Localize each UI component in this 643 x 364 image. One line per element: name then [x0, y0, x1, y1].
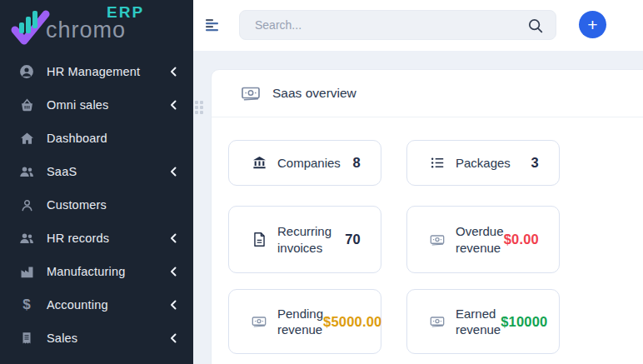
sidebar-item-label: Omni sales	[47, 98, 109, 112]
bank-icon	[251, 155, 267, 171]
stat-label: Pending revenue	[277, 306, 323, 338]
sidebar-item-sales[interactable]: Sales	[0, 322, 193, 355]
stat-card-packages[interactable]: Packages 3	[406, 140, 560, 186]
chevron-left-icon	[170, 267, 177, 277]
chevron-left-icon	[170, 167, 177, 177]
file-icon	[251, 232, 267, 247]
stat-value: $10000	[501, 314, 547, 330]
home-icon	[18, 130, 35, 147]
banknote-icon	[429, 232, 446, 248]
sidebar-item-customers[interactable]: Customers	[0, 188, 193, 222]
user-icon	[18, 197, 35, 213]
main-content: Saas overview Companies 8 Packages 3	[193, 51, 643, 364]
stat-card-overdue-revenue[interactable]: Overdue revenue $0.00	[406, 206, 560, 273]
stat-card-earned-revenue[interactable]: Earned revenue $10000	[406, 289, 560, 354]
sidebar-nav: HR Management Omni sales Dashboard SaaS	[0, 55, 193, 355]
person-circle-icon	[18, 63, 35, 80]
sidebar-item-hr-management[interactable]: HR Management	[0, 55, 193, 88]
banknote-icon	[251, 313, 267, 330]
chevron-left-icon	[170, 333, 177, 343]
factory-icon	[18, 263, 35, 280]
users-icon	[18, 163, 35, 180]
sidebar-item-label: Sales	[47, 332, 77, 345]
sidebar-item-label: SaaS	[47, 165, 77, 178]
stat-label: Overdue revenue	[456, 223, 504, 256]
search-bar	[239, 10, 556, 40]
add-button[interactable]: +	[579, 11, 606, 38]
stat-card-pending-revenue[interactable]: Pending revenue $5000.00	[228, 289, 381, 354]
widget-drag-handle-icon[interactable]	[195, 101, 203, 114]
stat-label: Packages	[456, 155, 511, 172]
chevron-left-icon	[170, 67, 177, 77]
sidebar: chromo ERP HR Management Omni sales Dash…	[0, 0, 193, 364]
list-icon	[429, 155, 446, 171]
chevron-left-icon	[170, 300, 177, 310]
dollar-icon: $	[18, 297, 35, 313]
panel-title: Saas overview	[272, 86, 356, 101]
saas-overview-panel: Saas overview Companies 8 Packages 3	[211, 69, 643, 364]
topbar: +	[193, 0, 643, 51]
brand-erp-badge: ERP	[107, 3, 144, 22]
receipt-icon	[18, 330, 35, 347]
stat-value: 70	[345, 232, 361, 247]
stat-value: $5000.00	[323, 314, 381, 330]
sidebar-item-label: Accounting	[47, 298, 108, 312]
stat-value: 8	[353, 155, 361, 171]
stat-card-recurring-invoices[interactable]: Recurring invoices 70	[228, 206, 381, 273]
search-icon[interactable]	[526, 17, 545, 35]
brand-logo[interactable]: chromo ERP	[0, 0, 193, 52]
stat-label: Companies	[277, 155, 341, 172]
sidebar-item-label: Dashboard	[47, 132, 107, 145]
banknote-icon	[429, 313, 446, 330]
users-icon	[18, 230, 35, 247]
sidebar-item-label: Manufacturing	[47, 265, 126, 278]
basket-icon	[18, 97, 35, 113]
chevron-left-icon	[170, 100, 177, 110]
stat-value: $0.00	[504, 232, 539, 247]
sidebar-item-saas[interactable]: SaaS	[0, 155, 193, 188]
sidebar-item-accounting[interactable]: $ Accounting	[0, 288, 193, 322]
sidebar-item-label: HR records	[47, 232, 109, 245]
sidebar-item-dashboard[interactable]: Dashboard	[0, 122, 193, 155]
stat-label: Recurring invoices	[277, 223, 345, 256]
stat-label: Earned revenue	[456, 306, 501, 338]
search-input[interactable]	[239, 10, 556, 40]
stats-grid: Companies 8 Packages 3 Recurring invoic	[228, 140, 643, 354]
banknote-icon	[240, 83, 262, 103]
menu-toggle-icon[interactable]	[206, 18, 221, 32]
sidebar-item-label: HR Management	[47, 65, 140, 78]
sidebar-item-omni-sales[interactable]: Omni sales	[0, 88, 193, 122]
stat-card-companies[interactable]: Companies 8	[228, 140, 381, 186]
panel-header: Saas overview	[212, 70, 643, 117]
sidebar-item-label: Customers	[47, 198, 107, 212]
sidebar-item-hr-records[interactable]: HR records	[0, 222, 193, 255]
sidebar-item-manufacturing[interactable]: Manufacturing	[0, 255, 193, 288]
stat-value: 3	[531, 155, 539, 171]
chevron-left-icon	[170, 233, 177, 243]
